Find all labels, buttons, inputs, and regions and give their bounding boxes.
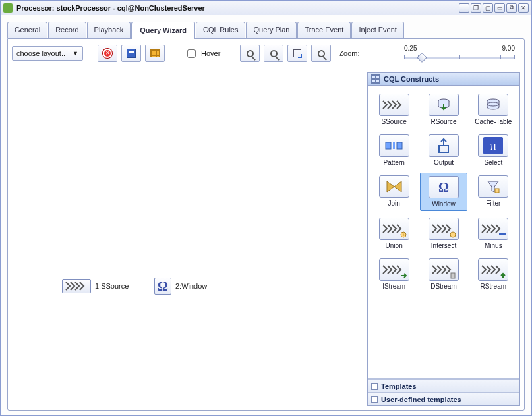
grid-icon bbox=[150, 49, 160, 57]
tab-query-wizard[interactable]: Query Wizard bbox=[131, 22, 195, 38]
palette-tool-label: Select bbox=[484, 159, 502, 166]
palette-pane: CQL Constructs SSourceRSourceCache-Table… bbox=[367, 72, 520, 406]
tab-trace-event[interactable]: Trace Event bbox=[297, 22, 351, 38]
layout-select[interactable]: choose layout.. ▼ bbox=[12, 46, 83, 61]
palette-tool-output[interactable]: Output bbox=[420, 132, 467, 169]
palette-tool-window[interactable]: ΩWindow bbox=[420, 173, 467, 211]
zoom-reset-button[interactable] bbox=[311, 45, 331, 62]
titlebar: Processor: stockProcessor - cql@NonClust… bbox=[1, 1, 531, 15]
maximize-icon[interactable]: ▭ bbox=[494, 3, 505, 13]
save-button[interactable] bbox=[121, 45, 141, 62]
section-templates[interactable]: Templates bbox=[368, 379, 519, 392]
restore-icon[interactable]: ▢ bbox=[483, 3, 493, 13]
zoom-slider[interactable] bbox=[404, 53, 515, 63]
content-area: General Record Playback Query Wizard CQL… bbox=[1, 15, 531, 415]
close-icon[interactable]: ✕ bbox=[518, 3, 529, 13]
palette-tool-label: RSource bbox=[431, 118, 457, 125]
palette-tool-label: SSource bbox=[381, 118, 406, 125]
palette-tool-istream[interactable]: IStream bbox=[370, 256, 417, 293]
zoom-min: 0.25 bbox=[404, 45, 417, 52]
svg-text:+: + bbox=[401, 232, 405, 238]
section-templates-label: Templates bbox=[381, 382, 417, 390]
palette-tool-label: Output bbox=[434, 159, 454, 166]
magnifier-icon bbox=[318, 50, 325, 57]
palette-tool-label: Minus bbox=[485, 242, 502, 249]
output-icon bbox=[429, 134, 459, 157]
palette-tool-pattern[interactable]: Pattern bbox=[370, 132, 417, 169]
canvas-node-window[interactable]: Ω 2:Window bbox=[154, 278, 207, 295]
restore-down-icon[interactable]: ❐ bbox=[471, 3, 481, 13]
hover-checkbox[interactable] bbox=[187, 49, 196, 58]
tab-inject-event[interactable]: Inject Event bbox=[351, 22, 403, 38]
palette-title: CQL Constructs bbox=[384, 75, 439, 83]
palette-tool-label: Window bbox=[432, 200, 456, 208]
window-icon: Ω bbox=[154, 278, 171, 295]
node-label: 1:SSource bbox=[95, 282, 129, 290]
tab-bar: General Record Playback Query Wizard CQL… bbox=[7, 22, 525, 38]
palette-tool-rsource[interactable]: RSource bbox=[420, 91, 467, 128]
collapse-icon bbox=[371, 396, 378, 403]
canvas-node-ssource[interactable]: 1:SSource bbox=[62, 279, 129, 293]
cache-table-icon bbox=[478, 94, 508, 116]
section-user-templates[interactable]: User-defined templates bbox=[368, 392, 519, 405]
palette-tool-label: Cache-Table bbox=[475, 118, 512, 125]
grid-header-icon bbox=[371, 74, 380, 84]
palette-tool-dstream[interactable]: DStream bbox=[420, 256, 467, 293]
collapse-icon bbox=[371, 383, 378, 390]
slider-thumb[interactable] bbox=[417, 52, 427, 63]
window-buttons: _ ❐ ▢ ▭ ⧉ ✕ bbox=[459, 3, 529, 13]
palette-tool-label: Join bbox=[388, 200, 399, 207]
tab-cql-rules[interactable]: CQL Rules bbox=[196, 22, 245, 38]
svg-rect-7 bbox=[495, 189, 499, 193]
palette-tool-join[interactable]: Join bbox=[370, 173, 417, 211]
palette-tool-label: Union bbox=[386, 242, 403, 249]
design-canvas[interactable]: 1:SSource Ω 2:Window bbox=[11, 72, 367, 407]
palette-tool-rstream[interactable]: RStream bbox=[470, 256, 517, 293]
palette-tool-label: Intersect bbox=[431, 242, 456, 249]
zoom-in-button[interactable]: + bbox=[240, 45, 260, 62]
zoom-label: Zoom: bbox=[339, 49, 359, 57]
tab-playback[interactable]: Playback bbox=[87, 22, 131, 38]
zoom-fit-button[interactable] bbox=[287, 45, 307, 62]
svg-rect-12 bbox=[451, 273, 455, 278]
hover-toggle[interactable]: Hover bbox=[185, 47, 220, 60]
palette-tool-union[interactable]: +Union bbox=[370, 215, 417, 252]
toolbar: choose layout.. ▼ Hover + − Zoom: bbox=[8, 39, 524, 68]
save-icon bbox=[127, 49, 136, 58]
palette-tool-intersect[interactable]: Intersect bbox=[420, 215, 467, 252]
palette-tool-label: IStream bbox=[382, 283, 405, 290]
tab-query-plan[interactable]: Query Plan bbox=[246, 22, 297, 38]
tab-panel: choose layout.. ▼ Hover + − Zoom: bbox=[7, 38, 525, 411]
svg-rect-6 bbox=[439, 146, 448, 152]
zoom-out-button[interactable]: − bbox=[264, 45, 283, 62]
pattern-icon bbox=[379, 134, 409, 157]
palette-tool-label: DStream bbox=[430, 283, 456, 290]
section-user-templates-label: User-defined templates bbox=[381, 396, 461, 403]
ssource-icon bbox=[62, 279, 91, 293]
window-title: Processor: stockProcessor - cql@NonClust… bbox=[16, 4, 205, 12]
minimize-icon[interactable]: _ bbox=[459, 3, 469, 13]
delete-button[interactable] bbox=[98, 45, 117, 62]
svg-point-10 bbox=[450, 232, 456, 237]
external-icon[interactable]: ⧉ bbox=[506, 3, 517, 13]
palette-header: CQL Constructs bbox=[368, 73, 519, 86]
filter-icon bbox=[478, 175, 508, 198]
zoom-out-icon: − bbox=[270, 50, 278, 57]
tab-general[interactable]: General bbox=[7, 22, 47, 38]
svg-rect-3 bbox=[386, 142, 391, 149]
tab-record[interactable]: Record bbox=[48, 22, 86, 38]
delete-icon bbox=[103, 49, 112, 58]
zoom-max: 9.00 bbox=[502, 45, 515, 52]
palette-tool-minus[interactable]: Minus bbox=[470, 215, 517, 252]
select-icon: π bbox=[478, 134, 508, 157]
palette-tool-filter[interactable]: Filter bbox=[470, 173, 517, 211]
grid-button[interactable] bbox=[145, 45, 165, 62]
rsource-icon bbox=[429, 94, 459, 116]
palette-tool-label: Filter bbox=[486, 200, 500, 207]
palette-body: SSourceRSourceCache-TablePatternOutputπS… bbox=[368, 86, 519, 379]
palette-tool-select[interactable]: πSelect bbox=[470, 132, 517, 169]
app-window: Processor: stockProcessor - cql@NonClust… bbox=[0, 0, 532, 416]
palette-tool-label: Pattern bbox=[384, 159, 405, 166]
palette-tool-cache-table[interactable]: Cache-Table bbox=[470, 91, 517, 128]
palette-tool-ssource[interactable]: SSource bbox=[370, 91, 417, 128]
